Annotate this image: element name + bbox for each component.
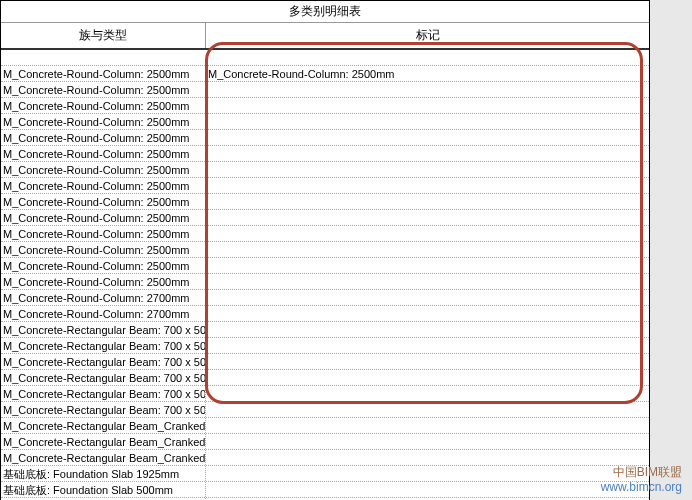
cell-mark[interactable]	[206, 338, 649, 353]
cell-family-type[interactable]: M_Concrete-Rectangular Beam_Cranked: 1	[1, 450, 206, 465]
cell-family-type[interactable]: M_Concrete-Round-Column: 2700mm	[1, 290, 206, 305]
cell-family-type[interactable]: 基础底板: Foundation Slab 1925mm	[1, 466, 206, 481]
cell-family-type[interactable]: M_Concrete-Round-Column: 2500mm	[1, 194, 206, 209]
table-row[interactable]: M_Concrete-Rectangular Beam: 700 x 500	[1, 322, 649, 338]
cell-family-type[interactable]: M_Concrete-Rectangular Beam_Cranked: 1	[1, 418, 206, 433]
table-row[interactable]: M_Concrete-Round-Column: 2500mmM_Concret…	[1, 66, 649, 82]
table-row[interactable]: M_Concrete-Round-Column: 2500mm	[1, 114, 649, 130]
cell-mark[interactable]	[206, 434, 649, 449]
cell-mark[interactable]	[206, 146, 649, 161]
cell-family-type[interactable]: M_Concrete-Round-Column: 2500mm	[1, 130, 206, 145]
cell-mark[interactable]	[206, 258, 649, 273]
cell-family-type[interactable]: M_Concrete-Rectangular Beam: 700 x 500	[1, 354, 206, 369]
cell-mark[interactable]	[206, 402, 649, 417]
table-row[interactable]: M_Concrete-Round-Column: 2500mm	[1, 258, 649, 274]
cell-mark[interactable]	[206, 370, 649, 385]
table-row[interactable]: M_Concrete-Rectangular Beam: 700 x 500	[1, 354, 649, 370]
cell-family-type[interactable]: M_Concrete-Round-Column: 2500mm	[1, 210, 206, 225]
cell-mark[interactable]	[206, 130, 649, 145]
cell-mark[interactable]	[206, 306, 649, 321]
cell-family-type[interactable]: M_Concrete-Round-Column: 2500mm	[1, 178, 206, 193]
cell-family-type[interactable]: M_Concrete-Round-Column: 2500mm	[1, 82, 206, 97]
table-row[interactable]: 基础底板: Foundation Slab 1925mm	[1, 466, 649, 482]
cell-family-type[interactable]: M_Concrete-Rectangular Beam: 700 x 500	[1, 386, 206, 401]
table-row[interactable]: M_Concrete-Round-Column: 2700mm	[1, 306, 649, 322]
cell-mark[interactable]	[206, 194, 649, 209]
cell-family-type[interactable]: M_Concrete-Round-Column: 2700mm	[1, 306, 206, 321]
cell-family-type[interactable]: M_Concrete-Round-Column: 2500mm	[1, 242, 206, 257]
table-row[interactable]: M_Concrete-Rectangular Beam_Cranked: 1	[1, 450, 649, 466]
table-row[interactable]: M_Concrete-Rectangular Beam_Cranked: 1	[1, 434, 649, 450]
cell-mark[interactable]	[206, 114, 649, 129]
table-row[interactable]: M_Concrete-Round-Column: 2500mm	[1, 194, 649, 210]
cell-family-type[interactable]: M_Concrete-Round-Column: 2500mm	[1, 258, 206, 273]
table-row[interactable]: M_Concrete-Round-Column: 2500mm	[1, 146, 649, 162]
cell-family-type[interactable]: M_Concrete-Rectangular Beam: 700 x 500	[1, 338, 206, 353]
table-row[interactable]: M_Concrete-Round-Column: 2500mm	[1, 98, 649, 114]
table-row[interactable]: M_Concrete-Round-Column: 2500mm	[1, 210, 649, 226]
cell-mark[interactable]	[206, 162, 649, 177]
watermark-line1: 中国BIM联盟	[601, 465, 682, 479]
schedule-title: 多类别明细表	[1, 1, 649, 23]
table-row[interactable]: M_Concrete-Round-Column: 2500mm	[1, 162, 649, 178]
cell-family-type[interactable]: M_Concrete-Round-Column: 2500mm	[1, 146, 206, 161]
header-mark[interactable]: 标记	[206, 23, 649, 48]
cell-family-type[interactable]: M_Concrete-Round-Column: 2500mm	[1, 98, 206, 113]
table-row[interactable]: M_Concrete-Round-Column: 2500mm	[1, 226, 649, 242]
cell-family-type[interactable]: M_Concrete-Round-Column: 2500mm	[1, 162, 206, 177]
cell-mark[interactable]	[206, 82, 649, 97]
cell-family-type[interactable]: 基础底板: Foundation Slab 500mm	[1, 482, 206, 497]
table-row[interactable]: M_Concrete-Rectangular Beam_Cranked: 1	[1, 418, 649, 434]
cell-family-type[interactable]: M_Concrete-Rectangular Beam: 700 x 500	[1, 322, 206, 337]
cell-mark[interactable]	[206, 210, 649, 225]
table-row[interactable]: M_Concrete-Round-Column: 2500mm	[1, 242, 649, 258]
cell-family-type[interactable]: M_Concrete-Rectangular Beam_Cranked: 1	[1, 434, 206, 449]
cell-family-type[interactable]: M_Concrete-Round-Column: 2500mm	[1, 114, 206, 129]
cell-mark[interactable]	[206, 466, 649, 481]
cell-mark[interactable]	[206, 322, 649, 337]
cell-mark[interactable]: M_Concrete-Round-Column: 2500mm	[206, 66, 649, 81]
cell-mark[interactable]	[206, 354, 649, 369]
watermark: 中国BIM联盟 www.bimcn.org	[601, 465, 682, 494]
table-row[interactable]: 基础底板: Foundation Slab 500mm	[1, 482, 649, 498]
cell-family-type[interactable]: M_Concrete-Round-Column: 2500mm	[1, 274, 206, 289]
schedule-table: 多类别明细表 族与类型 标记 M_Concrete-Round-Column: …	[0, 0, 650, 500]
spacer-row	[1, 50, 649, 66]
table-row[interactable]: M_Concrete-Rectangular Beam: 700 x 500	[1, 386, 649, 402]
table-row[interactable]: M_Concrete-Rectangular Beam: 700 x 500	[1, 370, 649, 386]
cell-mark[interactable]	[206, 226, 649, 241]
cell-family-type[interactable]: M_Concrete-Round-Column: 2500mm	[1, 226, 206, 241]
table-row[interactable]: M_Concrete-Rectangular Beam: 700 x 500	[1, 402, 649, 418]
cell-family-type[interactable]: M_Concrete-Rectangular Beam: 700 x 500	[1, 370, 206, 385]
table-row[interactable]: M_Concrete-Rectangular Beam: 700 x 500	[1, 338, 649, 354]
schedule-body: M_Concrete-Round-Column: 2500mmM_Concret…	[1, 66, 649, 500]
cell-mark[interactable]	[206, 290, 649, 305]
table-row[interactable]: M_Concrete-Round-Column: 2500mm	[1, 274, 649, 290]
cell-family-type[interactable]: M_Concrete-Rectangular Beam: 700 x 500	[1, 402, 206, 417]
cell-mark[interactable]	[206, 450, 649, 465]
cell-mark[interactable]	[206, 386, 649, 401]
table-row[interactable]: M_Concrete-Round-Column: 2500mm	[1, 82, 649, 98]
cell-mark[interactable]	[206, 178, 649, 193]
header-family-type[interactable]: 族与类型	[1, 23, 206, 48]
table-row[interactable]: M_Concrete-Round-Column: 2500mm	[1, 178, 649, 194]
cell-mark[interactable]	[206, 482, 649, 497]
cell-mark[interactable]	[206, 418, 649, 433]
table-row[interactable]: M_Concrete-Round-Column: 2500mm	[1, 130, 649, 146]
watermark-line2: www.bimcn.org	[601, 480, 682, 494]
cell-mark[interactable]	[206, 242, 649, 257]
schedule-header: 族与类型 标记	[1, 23, 649, 50]
cell-family-type[interactable]: M_Concrete-Round-Column: 2500mm	[1, 66, 206, 81]
cell-mark[interactable]	[206, 98, 649, 113]
cell-mark[interactable]	[206, 274, 649, 289]
table-row[interactable]: M_Concrete-Round-Column: 2700mm	[1, 290, 649, 306]
